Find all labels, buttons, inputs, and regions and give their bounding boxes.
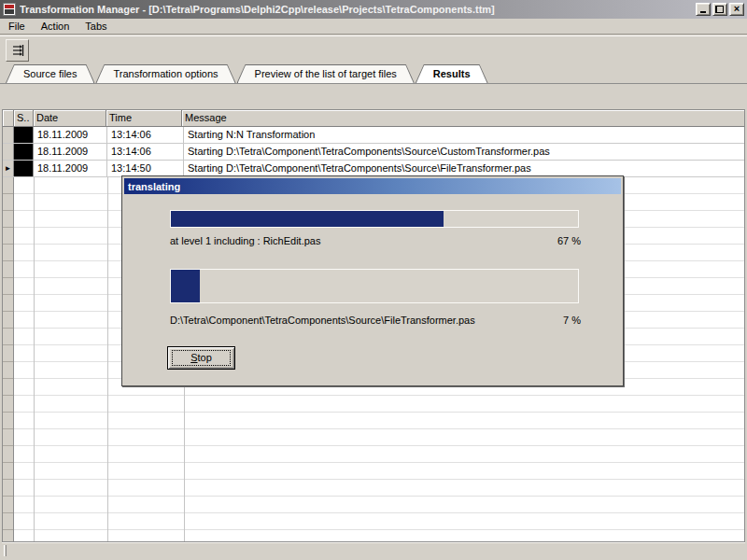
time-cell: 13:14:50 bbox=[107, 161, 184, 176]
overall-progress-percent: 67 % bbox=[557, 235, 581, 246]
status-bar-grip bbox=[4, 545, 7, 556]
toolbar bbox=[0, 35, 747, 64]
restore-button[interactable] bbox=[712, 3, 727, 16]
file-progress-bar bbox=[170, 269, 579, 303]
time-cell: 13:14:06 bbox=[107, 127, 184, 143]
menu-file[interactable]: File bbox=[8, 21, 25, 32]
dialog-body: at level 1 including : RichEdit.pas 67 %… bbox=[124, 194, 621, 385]
dialog-titlebar: translating bbox=[124, 178, 621, 194]
message-cell: Starting D:\Tetra\Component\TetraCompone… bbox=[184, 144, 744, 160]
row-indicator-cell bbox=[3, 144, 14, 160]
app-icon bbox=[3, 3, 16, 16]
time-cell: 13:14:06 bbox=[107, 144, 184, 160]
minimize-button[interactable] bbox=[696, 3, 711, 16]
status-bar bbox=[2, 542, 745, 558]
overall-progress-fill bbox=[171, 211, 444, 227]
overall-progress-bar bbox=[170, 210, 579, 228]
row-indicator-cell bbox=[3, 127, 14, 143]
tab-results[interactable]: Results bbox=[416, 64, 488, 83]
close-icon: × bbox=[730, 4, 743, 14]
message-cell: Starting N:N Transformation bbox=[184, 127, 744, 143]
run-transformation-icon bbox=[10, 43, 25, 58]
tab-label: Source files bbox=[23, 68, 77, 79]
menu-bar: File Action Tabs bbox=[0, 19, 747, 35]
header-date[interactable]: Date bbox=[34, 110, 106, 127]
status-cell bbox=[14, 144, 34, 160]
grid-header: S.. Date Time Message bbox=[3, 110, 744, 127]
stop-button-label: Stop bbox=[172, 350, 231, 366]
run-transformation-button[interactable] bbox=[6, 39, 29, 62]
status-cell bbox=[14, 127, 34, 143]
window-title: Transformation Manager - [D:\Tetra\Progr… bbox=[20, 4, 696, 15]
tab-label: Results bbox=[433, 68, 471, 79]
dialog-title: translating bbox=[128, 181, 180, 192]
tab-source-files[interactable]: Source files bbox=[6, 64, 94, 83]
date-cell: 18.11.2009 bbox=[34, 161, 107, 176]
window-titlebar: Transformation Manager - [D:\Tetra\Progr… bbox=[0, 0, 747, 19]
tab-preview-target-files[interactable]: Preview of the list of target files bbox=[237, 64, 415, 83]
header-status[interactable]: S.. bbox=[14, 110, 34, 127]
file-progress-percent: 7 % bbox=[563, 315, 581, 326]
menu-tabs[interactable]: Tabs bbox=[85, 21, 106, 32]
message-cell: Starting D:\Tetra\Component\TetraCompone… bbox=[184, 161, 744, 176]
tab-label: Transformation options bbox=[113, 68, 218, 79]
stop-button[interactable]: Stop bbox=[167, 346, 235, 370]
tab-bar: Source files Transformation options Prev… bbox=[0, 64, 747, 84]
file-progress-fill bbox=[171, 270, 200, 302]
restore-icon bbox=[716, 6, 723, 12]
current-row-icon: ► bbox=[3, 161, 14, 176]
date-cell: 18.11.2009 bbox=[34, 127, 107, 143]
header-message[interactable]: Message bbox=[182, 110, 744, 127]
file-progress-label: D:\Tetra\Component\TetraComponents\Sourc… bbox=[170, 315, 475, 326]
table-row[interactable]: 18.11.2009 13:14:06 Starting D:\Tetra\Co… bbox=[3, 144, 744, 161]
menu-action[interactable]: Action bbox=[41, 21, 70, 32]
header-indicator bbox=[3, 110, 14, 127]
close-button[interactable]: × bbox=[729, 3, 744, 16]
table-row[interactable]: 18.11.2009 13:14:06 Starting N:N Transfo… bbox=[3, 127, 744, 144]
row-indicator-column bbox=[3, 127, 14, 541]
minimize-icon bbox=[700, 11, 706, 13]
translating-dialog: translating at level 1 including : RichE… bbox=[121, 175, 624, 386]
tab-label: Preview of the list of target files bbox=[255, 68, 397, 79]
date-cell: 18.11.2009 bbox=[34, 144, 107, 160]
header-time[interactable]: Time bbox=[106, 110, 182, 127]
overall-progress-label: at level 1 including : RichEdit.pas bbox=[170, 235, 320, 246]
tab-transformation-options[interactable]: Transformation options bbox=[95, 64, 235, 83]
status-cell bbox=[14, 161, 34, 176]
